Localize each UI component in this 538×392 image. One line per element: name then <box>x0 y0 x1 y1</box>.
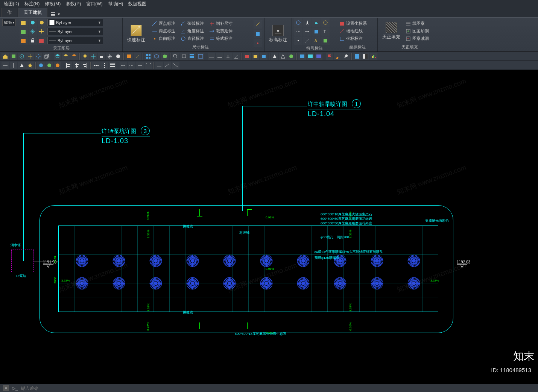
tb-grid4-icon[interactable] <box>315 53 322 60</box>
linetype-combo[interactable]: ByLayer▼ <box>47 37 103 44</box>
tb-snow2-icon[interactable] <box>90 53 97 60</box>
tb2-l3-icon[interactable] <box>172 62 179 69</box>
tb-brush-icon[interactable] <box>334 53 342 60</box>
sym-cloud-icon[interactable] <box>312 18 321 27</box>
layer-del-icon[interactable] <box>38 36 46 45</box>
tb2-l1-icon[interactable] <box>155 62 163 69</box>
tb-tri2-icon[interactable] <box>279 53 287 60</box>
tb2-l2-icon[interactable] <box>164 62 171 69</box>
tb-c1-icon[interactable] <box>243 53 251 60</box>
tb-layer2-icon[interactable] <box>62 53 70 60</box>
tb-chart-icon[interactable] <box>370 53 377 60</box>
tb-grid-icon[interactable] <box>144 53 152 60</box>
tab-tangent-arch[interactable]: 天正建筑 <box>18 8 47 17</box>
tb-copy-icon[interactable] <box>43 53 50 60</box>
dim-equation[interactable]: 等式标注 <box>209 35 233 42</box>
tangent-fill-button[interactable]: 天正填充 <box>380 21 403 41</box>
tb2-a-icon[interactable] <box>2 62 9 69</box>
command-input[interactable] <box>20 386 133 391</box>
tb2-seg3-icon[interactable] <box>136 62 144 69</box>
tb2-al3-icon[interactable] <box>81 62 89 69</box>
tb2-rot-icon[interactable] <box>144 62 152 69</box>
dim-diameter[interactable]: 直径标注 <box>181 35 204 42</box>
menu-param[interactable]: 参数(P) <box>66 1 81 7</box>
menu-help[interactable]: 帮助(H) <box>108 1 123 7</box>
tb-tri1-icon[interactable] <box>271 53 278 60</box>
layer-color-combo[interactable]: ByLayer▼ <box>47 19 103 26</box>
tb2-al2-icon[interactable] <box>73 62 81 69</box>
sym-dot-icon[interactable] <box>294 36 302 45</box>
sym-arrow-icon[interactable] <box>303 27 312 36</box>
tb-lock2-icon[interactable] <box>98 53 105 60</box>
tb-frame-icon[interactable] <box>197 53 204 60</box>
layer-fold-icon[interactable] <box>20 36 28 45</box>
tb2-globe2-icon[interactable] <box>46 62 53 69</box>
sym-index-icon[interactable] <box>312 27 321 36</box>
tb-snow3-icon[interactable] <box>106 53 114 60</box>
tb-move-icon[interactable] <box>35 53 42 60</box>
tb-list2-icon[interactable] <box>188 53 196 60</box>
menu-dim[interactable]: 标注(N) <box>24 1 40 7</box>
tb-rect-icon[interactable] <box>180 53 188 60</box>
sym-a-icon[interactable]: A <box>312 36 321 45</box>
tab-overflow[interactable]: ▼ <box>48 11 64 17</box>
tb-grid2-icon[interactable] <box>298 53 306 60</box>
elevation-dimension-button[interactable]: 标高标注 <box>267 24 289 44</box>
tb-c2-icon[interactable] <box>252 53 259 60</box>
tb2-seg1-icon[interactable] <box>120 62 127 69</box>
tb2-star-icon[interactable] <box>26 62 34 69</box>
tb-unk-icon[interactable] <box>287 53 295 60</box>
sym-b-icon[interactable] <box>321 36 330 45</box>
dim-two-point[interactable]: 两点标注 <box>152 28 175 34</box>
zoom-combo[interactable]: 50%▼ <box>2 19 16 26</box>
sym-detail-icon[interactable] <box>321 18 330 27</box>
tb2-al1-icon[interactable] <box>65 62 72 69</box>
dim-angle[interactable]: 角度标注 <box>181 28 204 34</box>
dim-point-by-point[interactable]: 逐点标注 <box>152 20 175 27</box>
layer-lock-icon[interactable] <box>29 36 37 45</box>
tb2-d2-icon[interactable] <box>100 62 108 69</box>
tb2-d1-icon[interactable] <box>92 62 100 69</box>
sym-title-icon[interactable]: T <box>321 27 330 36</box>
tb-ang-icon[interactable] <box>233 53 240 60</box>
cmdbar-close-icon[interactable]: ✕ <box>3 385 9 391</box>
tb-flag-icon[interactable] <box>326 53 333 60</box>
dim-origin-icon[interactable] <box>254 39 262 47</box>
layer-plus-icon[interactable] <box>38 27 46 36</box>
tb-bw-icon[interactable] <box>362 53 369 60</box>
tb-bulb-icon[interactable] <box>81 53 89 60</box>
dim-arc[interactable]: 弦弧标注 <box>181 20 204 27</box>
tb-mag-icon[interactable] <box>172 53 179 60</box>
tb-wrench-icon[interactable] <box>342 53 350 60</box>
dim-free[interactable]: 自由标注 <box>152 35 175 42</box>
tb-block-icon[interactable] <box>125 53 133 60</box>
layer-new-icon[interactable] <box>20 18 28 27</box>
tb2-seg2-icon[interactable] <box>128 62 135 69</box>
tb2-b-icon[interactable] <box>10 62 17 69</box>
layer-match-icon[interactable] <box>20 27 28 36</box>
layer-off-icon[interactable] <box>38 18 46 27</box>
coord-set-system[interactable]: 设置坐标系 <box>339 20 367 27</box>
sym-section-icon[interactable] <box>294 18 302 27</box>
sym-line-icon[interactable] <box>303 36 312 45</box>
layer-freeze-icon[interactable] <box>29 18 37 27</box>
dim-edit-icon[interactable] <box>254 20 262 29</box>
menu-dataview[interactable]: 数据视图 <box>128 1 146 7</box>
tb-target-icon[interactable] <box>18 53 26 60</box>
tb-layoff-icon[interactable] <box>114 53 122 60</box>
coord-site-redline[interactable]: 场地红线 <box>339 28 367 34</box>
coord-label[interactable]: 坐标标注 <box>339 35 367 42</box>
tb2-tri-icon[interactable] <box>18 62 26 69</box>
fill-pattern-line[interactable]: 线图案 <box>406 20 429 27</box>
tb-lw1-icon[interactable] <box>208 53 215 60</box>
menu-window[interactable]: 窗口(W) <box>86 1 102 7</box>
tb2-globe3-icon[interactable] <box>54 62 61 69</box>
layer-snow-icon[interactable] <box>29 27 37 36</box>
fill-sub-island[interactable]: 图案减洞 <box>406 35 429 42</box>
tb-layers-icon[interactable] <box>54 53 61 60</box>
tb-blue-icon[interactable] <box>353 53 361 60</box>
tab-left[interactable]: 作 <box>2 8 17 17</box>
drawing-canvas[interactable]: 详中轴旱喷详图 1 LD-1.04 详1#泵坑详图 3 LD-1.03 消水塔 … <box>0 70 538 384</box>
sym-north-icon[interactable] <box>303 18 312 27</box>
tb-pan-icon[interactable] <box>26 53 34 60</box>
